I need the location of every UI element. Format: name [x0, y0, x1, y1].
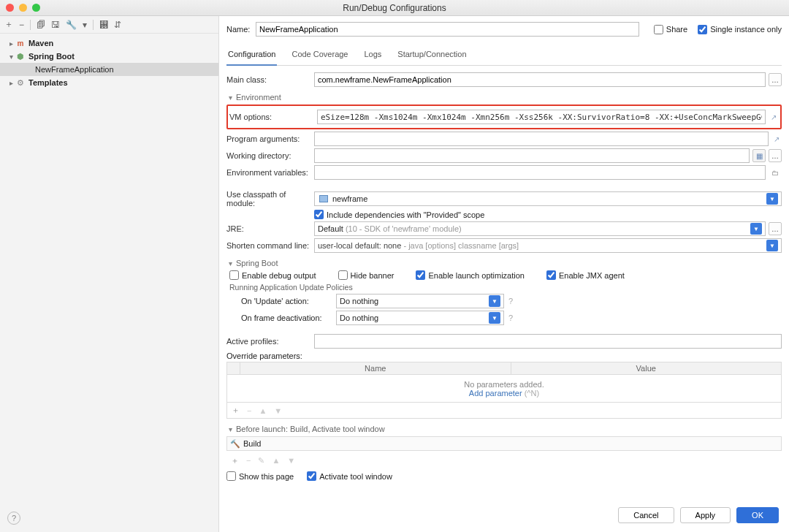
- chevron-down-icon: ▼: [489, 295, 500, 307]
- include-provided-row: Include dependencies with "Provided" sco…: [226, 210, 782, 219]
- override-header: Name Value: [226, 362, 782, 375]
- enable-launch-opt-checkbox[interactable]: Enable launch optimization: [416, 270, 524, 280]
- jre-dropdown[interactable]: Default (10 - SDK of 'newframe' module) …: [314, 221, 766, 236]
- env-vars-row: Environment variables: 🗀: [226, 165, 782, 180]
- chevron-down-icon: ▼: [766, 240, 778, 251]
- expand-field-icon[interactable]: ↗: [769, 112, 779, 122]
- hide-banner-checkbox[interactable]: Hide banner: [338, 270, 394, 280]
- tree-label: Spring Boot: [28, 52, 75, 61]
- on-update-dropdown[interactable]: Do nothing▼: [336, 294, 504, 308]
- on-update-row: On 'Update' action: Do nothing▼ ?: [241, 294, 782, 308]
- sidebar-toolbar: ＋ − 🗐 🖫 🔧 ▾ ⮖ ⇵: [0, 16, 218, 34]
- chevron-down-icon: ▼: [766, 193, 778, 205]
- before-launch-toolbar: ＋ − ✎ ▲ ▼: [226, 451, 782, 467]
- add-icon[interactable]: ＋: [231, 455, 239, 466]
- classpath-module-dropdown[interactable]: newframe ▼: [314, 191, 782, 206]
- build-task-row[interactable]: 🔨 Build: [226, 436, 782, 451]
- before-launch-section[interactable]: ▾Before launch: Build, Activate tool win…: [226, 425, 782, 433]
- active-profiles-row: Active profiles:: [226, 334, 782, 349]
- add-icon[interactable]: ＋: [4, 18, 13, 31]
- env-vars-input[interactable]: [314, 165, 766, 180]
- maven-icon: m: [18, 39, 24, 48]
- titlebar: Run/Debug Configurations: [0, 0, 789, 16]
- save-icon[interactable]: 🖫: [51, 20, 60, 30]
- folder-icon[interactable]: 🗀: [769, 166, 782, 179]
- expand-icon[interactable]: ▸: [7, 79, 15, 87]
- apply-button[interactable]: Apply: [680, 507, 731, 523]
- shorten-cmd-dropdown[interactable]: user-local default: none - java [options…: [314, 238, 782, 253]
- share-checkbox[interactable]: Share: [654, 25, 687, 34]
- help-button[interactable]: ?: [7, 512, 20, 525]
- show-this-page-checkbox[interactable]: Show this page: [226, 471, 294, 481]
- move-down-icon: ▼: [274, 406, 282, 415]
- tree-node-templates[interactable]: ▸ ⚙ Templates: [0, 76, 218, 89]
- macro-button[interactable]: ▦: [752, 149, 766, 162]
- sort-icon[interactable]: ⇵: [114, 20, 121, 30]
- edit-icon: ✎: [258, 456, 264, 466]
- browse-button[interactable]: …: [769, 73, 782, 86]
- tab-configuration[interactable]: Configuration: [226, 45, 277, 66]
- browse-button[interactable]: …: [769, 149, 782, 162]
- on-deact-dropdown[interactable]: Do nothing▼: [336, 311, 504, 325]
- environment-section[interactable]: ▾Environment: [226, 93, 782, 102]
- remove-icon: −: [247, 406, 251, 415]
- enable-jmx-checkbox[interactable]: Enable JMX agent: [546, 270, 625, 280]
- run-debug-window: Run/Debug Configurations ＋ − 🗐 🖫 🔧 ▾ ⮖ ⇵…: [0, 0, 789, 532]
- body: ＋ − 🗐 🖫 🔧 ▾ ⮖ ⇵ ▸ m Maven ▾ ⬢: [0, 16, 789, 532]
- tab-logs[interactable]: Logs: [363, 45, 384, 65]
- vm-options-input[interactable]: [317, 110, 766, 124]
- move-up-icon: ▲: [272, 456, 280, 465]
- program-args-row: Program arguments: ↗: [226, 132, 782, 146]
- override-col-value: Value: [511, 362, 782, 374]
- tab-startup[interactable]: Startup/Connection: [396, 45, 468, 65]
- override-col-name: Name: [240, 362, 511, 374]
- name-input[interactable]: [256, 22, 639, 37]
- main-class-input[interactable]: [314, 72, 766, 87]
- cancel-button[interactable]: Cancel: [618, 507, 674, 523]
- on-update-label: On 'Update' action:: [241, 297, 336, 305]
- working-dir-input[interactable]: [314, 148, 750, 163]
- remove-icon[interactable]: −: [19, 20, 24, 30]
- main-class-label: Main class:: [226, 75, 314, 84]
- working-dir-label: Working directory:: [226, 151, 314, 160]
- move-up-icon: ▲: [259, 406, 267, 415]
- active-profiles-label: Active profiles:: [226, 337, 314, 346]
- gear-icon: ⚙: [17, 78, 24, 88]
- help-icon[interactable]: ?: [508, 297, 513, 305]
- wrench-icon[interactable]: 🔧: [66, 20, 77, 30]
- program-args-input[interactable]: [314, 132, 769, 146]
- ok-button[interactable]: OK: [736, 507, 779, 523]
- override-body: No parameters added. Add parameter (^N): [226, 375, 782, 403]
- override-toolbar: ＋ − ▲ ▼: [226, 403, 782, 419]
- tree-expand-icon[interactable]: ⮖: [99, 20, 108, 30]
- single-instance-checkbox[interactable]: Single instance only: [698, 25, 782, 34]
- add-parameter-link[interactable]: Add parameter: [469, 389, 522, 398]
- spring-boot-section[interactable]: ▾Spring Boot: [226, 259, 782, 267]
- include-provided-checkbox[interactable]: Include dependencies with "Provided" sco…: [314, 210, 484, 219]
- main-panel: Name: Share Single instance only Configu…: [219, 16, 789, 532]
- active-profiles-input[interactable]: [314, 334, 782, 349]
- separator: [30, 20, 31, 30]
- expand-field-icon[interactable]: ↗: [771, 134, 782, 144]
- enable-debug-checkbox[interactable]: Enable debug output: [229, 270, 316, 280]
- copy-icon[interactable]: 🗐: [37, 20, 45, 30]
- expand-icon[interactable]: ▸: [7, 39, 15, 48]
- tree-node-spring-boot[interactable]: ▾ ⬢ Spring Boot: [0, 50, 218, 63]
- program-args-label: Program arguments:: [226, 134, 314, 143]
- before-launch-footer: Show this page Activate tool window: [226, 471, 782, 481]
- help-icon[interactable]: ?: [508, 314, 513, 322]
- add-icon[interactable]: ＋: [232, 405, 240, 416]
- tree-node-maven[interactable]: ▸ m Maven: [0, 37, 218, 50]
- activate-tool-window-checkbox[interactable]: Activate tool window: [307, 471, 392, 481]
- collapse-icon[interactable]: ▾: [7, 53, 15, 61]
- browse-button[interactable]: …: [769, 222, 782, 235]
- tree-label: Templates: [28, 78, 68, 87]
- remove-icon: −: [246, 456, 251, 465]
- working-dir-row: Working directory: ▦ …: [226, 148, 782, 163]
- tree-node-app[interactable]: NewFrameApplication: [0, 63, 218, 76]
- config-tree: ▸ m Maven ▾ ⬢ Spring Boot NewFrameApplic…: [0, 34, 218, 532]
- hammer-icon: 🔨: [230, 439, 240, 449]
- dropdown-icon[interactable]: ▾: [83, 20, 87, 30]
- tab-code-coverage[interactable]: Code Coverage: [290, 45, 349, 65]
- sidebar: ＋ − 🗐 🖫 🔧 ▾ ⮖ ⇵ ▸ m Maven ▾ ⬢: [0, 16, 219, 532]
